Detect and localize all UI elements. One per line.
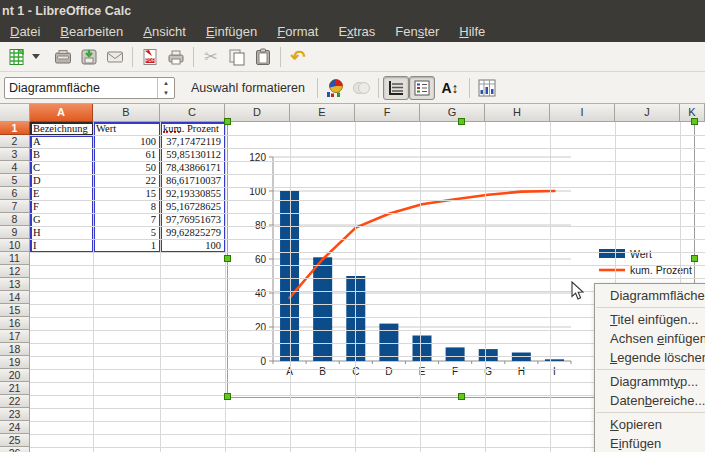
- legend-toggle[interactable]: [409, 76, 435, 100]
- row-header-19[interactable]: 19: [0, 356, 30, 369]
- selection-handle[interactable]: [691, 255, 698, 262]
- row-header-7[interactable]: 7: [0, 200, 30, 213]
- export-pdf-button[interactable]: PDF: [137, 45, 163, 69]
- row-header-5[interactable]: 5: [0, 174, 30, 187]
- spin-down-icon[interactable]: ▼: [158, 88, 174, 98]
- row-header-11[interactable]: 11: [0, 252, 30, 265]
- email-button[interactable]: [102, 45, 128, 69]
- cell-C9[interactable]: 99,62825279: [161, 226, 223, 239]
- row-header-23[interactable]: 23: [0, 408, 30, 421]
- cell-A4[interactable]: C: [31, 161, 91, 174]
- cell-B10[interactable]: 1: [94, 239, 158, 252]
- format-selection-button[interactable]: Auswahl formatieren: [183, 81, 313, 95]
- column-header-D[interactable]: D: [225, 104, 290, 122]
- selection-handle[interactable]: [691, 118, 698, 125]
- cell-A9[interactable]: H: [31, 226, 91, 239]
- selection-handle[interactable]: [224, 255, 231, 262]
- context-menu-item-datenbereiche[interactable]: Datenbereiche...: [595, 391, 705, 410]
- cell-A1[interactable]: Bezeichnung: [31, 122, 91, 135]
- cell-A2[interactable]: A: [31, 135, 91, 148]
- context-menu-item-kopieren[interactable]: Kopieren: [595, 415, 705, 434]
- bar-B[interactable]: [313, 257, 332, 361]
- context-menu-item-einf-gen[interactable]: Einfügen: [595, 434, 705, 452]
- cell-C1[interactable]: kum. Prozent: [161, 122, 223, 135]
- column-header-I[interactable]: I: [550, 104, 615, 122]
- selection-handle[interactable]: [458, 393, 465, 400]
- spin-up-icon[interactable]: ▲: [158, 78, 174, 88]
- column-header-C[interactable]: C: [160, 104, 225, 122]
- bar-E[interactable]: [413, 336, 432, 362]
- menu-format[interactable]: Format: [267, 22, 328, 42]
- row-header-17[interactable]: 17: [0, 330, 30, 343]
- cell-A10[interactable]: I: [31, 239, 91, 252]
- row-header-20[interactable]: 20: [0, 369, 30, 382]
- cell-B8[interactable]: 7: [94, 213, 158, 226]
- title-bar[interactable]: nt 1 - LibreOffice Calc: [0, 0, 705, 22]
- row-header-6[interactable]: 6: [0, 187, 30, 200]
- cell-A6[interactable]: E: [31, 187, 91, 200]
- open-button[interactable]: [50, 45, 76, 69]
- menu-fenster[interactable]: Fenster: [385, 22, 449, 42]
- row-header-16[interactable]: 16: [0, 317, 30, 330]
- selection-handle[interactable]: [224, 393, 231, 400]
- select-all-corner[interactable]: [0, 104, 30, 122]
- print-button[interactable]: [163, 45, 189, 69]
- cell-C4[interactable]: 78,43866171: [161, 161, 223, 174]
- chart-element-input[interactable]: [5, 78, 157, 98]
- selection-handle[interactable]: [224, 118, 231, 125]
- menu-ansicht[interactable]: Ansicht: [133, 22, 196, 42]
- context-menu-item-diagrammtyp[interactable]: Diagrammtyp...: [595, 372, 705, 391]
- horizontal-grids-toggle[interactable]: [383, 76, 409, 100]
- cell-B1[interactable]: Wert: [94, 122, 158, 135]
- row-header-12[interactable]: 12: [0, 265, 30, 278]
- cell-C7[interactable]: 95,16728625: [161, 200, 223, 213]
- cell-B6[interactable]: 15: [94, 187, 158, 200]
- column-header-H[interactable]: H: [485, 104, 550, 122]
- cell-C10[interactable]: 100: [161, 239, 223, 252]
- row-header-26[interactable]: 26: [0, 447, 30, 452]
- undo-button[interactable]: ↶: [285, 45, 311, 69]
- column-header-A[interactable]: A: [30, 104, 93, 122]
- cell-A3[interactable]: B: [31, 148, 91, 161]
- row-header-9[interactable]: 9: [0, 226, 30, 239]
- chart-element-selector[interactable]: ▲ ▼: [4, 77, 175, 99]
- new-document-button[interactable]: [4, 45, 30, 69]
- column-header-F[interactable]: F: [355, 104, 420, 122]
- row-header-8[interactable]: 8: [0, 213, 30, 226]
- column-header-J[interactable]: J: [615, 104, 680, 122]
- chart-data-table-button[interactable]: [474, 76, 500, 100]
- row-header-25[interactable]: 25: [0, 434, 30, 447]
- row-header-21[interactable]: 21: [0, 382, 30, 395]
- cell-A7[interactable]: F: [31, 200, 91, 213]
- menu-hilfe[interactable]: Hilfe: [449, 22, 495, 42]
- row-header-1[interactable]: 1: [0, 122, 30, 135]
- row-header-24[interactable]: 24: [0, 421, 30, 434]
- column-header-E[interactable]: E: [290, 104, 355, 122]
- cell-C2[interactable]: 37,17472119: [161, 135, 223, 148]
- cell-B5[interactable]: 22: [94, 174, 158, 187]
- cell-A5[interactable]: D: [31, 174, 91, 187]
- bar-F[interactable]: [446, 347, 465, 361]
- bar-I[interactable]: [545, 359, 564, 361]
- context-menu-item-diagrammfl-che-fo[interactable]: Diagrammfläche fo: [595, 286, 705, 305]
- menu-einfgen[interactable]: Einfügen: [196, 22, 267, 42]
- row-header-14[interactable]: 14: [0, 291, 30, 304]
- row-header-13[interactable]: 13: [0, 278, 30, 291]
- cell-C5[interactable]: 86,61710037: [161, 174, 223, 187]
- menu-extras[interactable]: Extras: [328, 22, 385, 42]
- chart-type-button[interactable]: [322, 76, 348, 100]
- context-menu-item-legende-l-schen[interactable]: Legende löschen: [595, 348, 705, 367]
- scale-text-button[interactable]: A↕: [435, 76, 465, 100]
- cell-B9[interactable]: 5: [94, 226, 158, 239]
- menu-datei[interactable]: Datei: [0, 22, 50, 42]
- row-header-18[interactable]: 18: [0, 343, 30, 356]
- cell-B3[interactable]: 61: [94, 148, 158, 161]
- cell-B4[interactable]: 50: [94, 161, 158, 174]
- column-header-G[interactable]: G: [420, 104, 485, 122]
- row-header-2[interactable]: 2: [0, 135, 30, 148]
- cut-button[interactable]: ✂: [198, 45, 224, 69]
- cell-C6[interactable]: 92,19330855: [161, 187, 223, 200]
- cell-C8[interactable]: 97,76951673: [161, 213, 223, 226]
- menu-bearbeiten[interactable]: Bearbeiten: [50, 22, 133, 42]
- copy-button[interactable]: [224, 45, 250, 69]
